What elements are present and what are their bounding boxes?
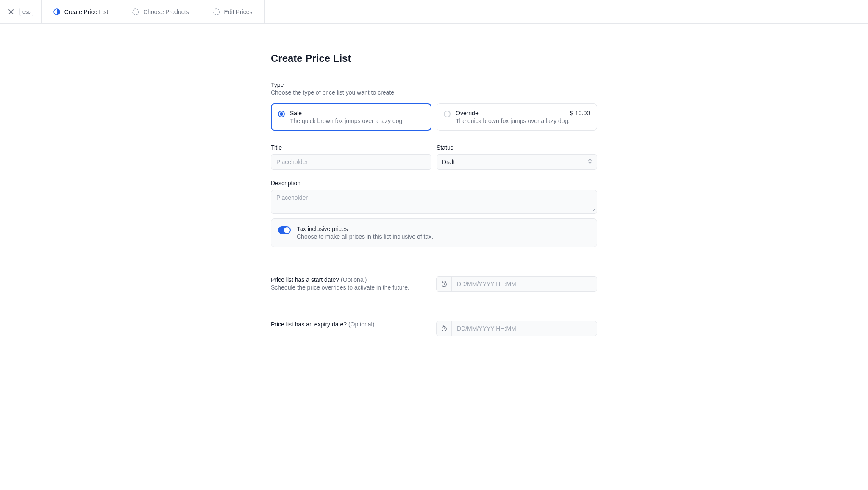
option-price: $ 10.00 <box>570 110 590 117</box>
svg-point-4 <box>214 9 220 15</box>
type-option-sale[interactable]: Sale The quick brown fox jumps over a la… <box>271 103 431 131</box>
start-date-sub: Schedule the price overrides to activate… <box>271 284 431 291</box>
svg-line-8 <box>442 281 443 281</box>
start-date-optional: (Optional) <box>341 276 367 283</box>
expiry-date-input[interactable] <box>452 321 597 336</box>
close-icon[interactable] <box>8 8 14 15</box>
start-date-question: Price list has a start date? <box>271 276 339 283</box>
type-sublabel: Choose the type of price list you want t… <box>271 89 597 96</box>
divider <box>271 262 597 262</box>
svg-line-9 <box>445 281 445 281</box>
type-label: Type <box>271 81 597 88</box>
tab-label: Edit Prices <box>224 8 253 15</box>
clock-icon <box>437 277 452 291</box>
title-input[interactable] <box>271 154 431 170</box>
title-label: Title <box>271 144 431 151</box>
start-date-input[interactable] <box>452 277 597 291</box>
tab-label: Create Price List <box>64 8 108 15</box>
expiry-date-question: Price list has an expiry date? <box>271 321 347 328</box>
step-active-icon <box>53 8 60 15</box>
esc-badge[interactable]: esc <box>19 8 33 16</box>
tax-inclusive-desc: Choose to make all prices in this list i… <box>297 233 433 240</box>
topbar: esc Create Price List Choose Products Ed… <box>0 0 868 24</box>
tax-inclusive-card: Tax inclusive prices Choose to make all … <box>271 218 597 247</box>
clock-icon <box>437 321 452 336</box>
description-label: Description <box>271 180 597 187</box>
option-desc: The quick brown fox jumps over a lazy do… <box>456 117 590 124</box>
page-title: Create Price List <box>271 53 597 64</box>
expiry-date-field <box>436 321 597 336</box>
tab-create-price-list[interactable]: Create Price List <box>42 0 120 23</box>
close-area: esc <box>0 0 42 23</box>
svg-line-12 <box>445 326 445 326</box>
tab-label: Choose Products <box>143 8 189 15</box>
svg-point-3 <box>133 9 139 15</box>
start-date-field <box>436 276 597 292</box>
step-pending-icon <box>213 8 220 15</box>
status-select[interactable]: Draft <box>437 154 597 170</box>
divider <box>271 306 597 306</box>
option-title: Sale <box>290 110 302 117</box>
option-desc: The quick brown fox jumps over a lazy do… <box>290 117 424 124</box>
radio-unselected-icon <box>444 111 451 117</box>
expiry-date-optional: (Optional) <box>348 321 374 328</box>
status-label: Status <box>437 144 597 151</box>
type-option-override[interactable]: Override $ 10.00 The quick brown fox jum… <box>437 103 597 131</box>
page-content: Create Price List Type Choose the type o… <box>271 24 597 362</box>
type-options: Sale The quick brown fox jumps over a la… <box>271 103 597 131</box>
svg-line-11 <box>442 326 443 326</box>
tax-inclusive-title: Tax inclusive prices <box>297 226 433 232</box>
tax-inclusive-toggle[interactable] <box>278 226 291 234</box>
tab-edit-prices[interactable]: Edit Prices <box>201 0 265 23</box>
option-title: Override <box>456 110 479 117</box>
step-pending-icon <box>132 8 139 15</box>
description-textarea[interactable] <box>271 190 597 214</box>
radio-selected-icon <box>278 111 285 117</box>
tab-choose-products[interactable]: Choose Products <box>120 0 201 23</box>
